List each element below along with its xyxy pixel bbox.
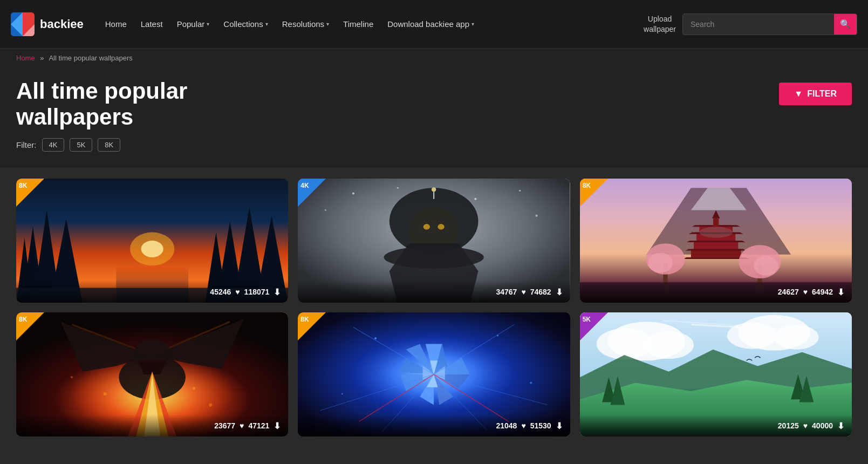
card-stats-1: 45246 ♥ 118071 ⬇: [210, 287, 281, 297]
views-count-5: 21048: [496, 421, 517, 430]
svg-point-26: [384, 246, 484, 268]
wallpaper-card-1[interactable]: 8K 45246 ♥ 118071 ⬇: [16, 179, 288, 303]
resolution-badge-4: 8K: [16, 312, 44, 340]
download-icon-1[interactable]: ⬇: [274, 287, 281, 297]
header: backiee Home Latest Popular ▾ Collection…: [0, 0, 868, 49]
svg-rect-47: [713, 218, 719, 226]
likes-count-5: 51530: [530, 421, 551, 430]
views-count-4: 23677: [214, 421, 235, 430]
search-box: 🔍: [682, 13, 857, 35]
svg-point-30: [397, 187, 399, 188]
download-icon-4[interactable]: ⬇: [274, 421, 281, 431]
likes-count-4: 47121: [248, 421, 269, 430]
search-button[interactable]: 🔍: [834, 14, 857, 35]
views-count-1: 45246: [210, 288, 231, 296]
breadcrumb-current: All time popular wallpapers: [49, 54, 132, 62]
resolution-text-5: 8K: [300, 316, 309, 323]
resolution-badge-5: 8K: [298, 312, 326, 340]
card-stats-3: 24627 ♥ 64942 ⬇: [778, 287, 844, 297]
filter-button-area: ▼ FILTER: [779, 78, 852, 105]
svg-point-69: [104, 392, 107, 395]
logo[interactable]: backiee: [11, 12, 84, 36]
breadcrumb-separator: »: [40, 54, 44, 62]
nav-latest[interactable]: Latest: [135, 16, 168, 32]
filter-tag-8k[interactable]: 8K: [98, 138, 120, 152]
wallpaper-card-4[interactable]: 8K 23677 ♥ 47121 ⬇: [16, 312, 288, 436]
resolution-badge-3: 8K: [580, 179, 608, 207]
wallpaper-card-3[interactable]: 8K 24627 ♥ 64942 ⬇: [580, 179, 852, 303]
page-title: All time popularwallpapers: [16, 78, 187, 131]
wallpaper-card-6[interactable]: 5K 20125 ♥ 40000 ⬇: [580, 312, 852, 436]
svg-point-23: [423, 224, 430, 229]
svg-point-34: [536, 214, 538, 216]
views-count-2: 34767: [496, 288, 517, 296]
nav-collections[interactable]: Collections ▾: [218, 16, 273, 32]
resolution-text-3: 8K: [583, 182, 591, 189]
nav-resolutions[interactable]: Resolutions ▾: [277, 16, 334, 32]
filter-tag-4k[interactable]: 4K: [42, 138, 65, 152]
svg-point-73: [71, 376, 73, 378]
card-overlay-4: 23677 ♥ 47121 ⬇: [16, 414, 288, 436]
nav-timeline[interactable]: Timeline: [338, 16, 379, 32]
card-overlay-5: 21048 ♥ 51530 ⬇: [298, 414, 570, 436]
heart-icon-2: ♥: [521, 288, 525, 296]
card-stats-4: 23677 ♥ 47121 ⬇: [214, 421, 281, 431]
resolution-badge-2: 4K: [298, 179, 326, 207]
filter-label: Filter:: [16, 140, 37, 149]
wallpaper-grid: 8K 45246 ♥ 118071 ⬇: [16, 179, 852, 436]
download-icon-5[interactable]: ⬇: [556, 421, 563, 431]
upload-wallpaper-button[interactable]: Upload wallpaper: [644, 14, 676, 33]
filter-button[interactable]: ▼ FILTER: [779, 83, 852, 105]
download-icon-6[interactable]: ⬇: [837, 421, 844, 431]
svg-point-96: [497, 335, 498, 336]
svg-point-97: [530, 381, 532, 384]
wallpaper-card-5[interactable]: 8K 21048 ♥ 51530 ⬇: [298, 312, 570, 436]
collections-arrow: ▾: [265, 21, 268, 27]
svg-point-32: [519, 189, 521, 191]
search-input[interactable]: [683, 16, 834, 33]
resolutions-arrow: ▾: [326, 21, 329, 27]
card-overlay-3: 24627 ♥ 64942 ⬇: [580, 281, 852, 303]
logo-text: backiee: [40, 17, 84, 31]
heart-icon-3: ♥: [803, 288, 808, 296]
svg-point-54: [754, 255, 778, 275]
resolution-text-1: 8K: [19, 182, 27, 189]
heart-icon-1: ♥: [235, 288, 240, 296]
likes-count-6: 40000: [812, 421, 833, 430]
filter-icon: ▼: [794, 89, 803, 99]
breadcrumb-home[interactable]: Home: [16, 54, 35, 62]
resolution-badge-6: 5K: [580, 312, 608, 340]
svg-point-56: [699, 227, 733, 238]
download-icon-2[interactable]: ⬇: [556, 287, 563, 297]
resolution-badge-1: 8K: [16, 179, 44, 207]
filter-tag-5k[interactable]: 5K: [70, 138, 92, 152]
views-count-6: 20125: [778, 421, 799, 430]
heart-icon-6: ♥: [803, 421, 808, 430]
svg-point-70: [193, 387, 195, 390]
svg-point-72: [209, 403, 212, 406]
wallpaper-grid-section: 8K 45246 ♥ 118071 ⬇: [0, 168, 868, 447]
resolution-text-2: 4K: [300, 182, 309, 189]
svg-point-71: [115, 409, 117, 411]
popular-arrow: ▾: [207, 21, 209, 27]
svg-point-51: [648, 253, 672, 272]
card-overlay-2: 34767 ♥ 74682 ⬇: [298, 281, 570, 303]
logo-icon: [11, 12, 35, 36]
breadcrumb: Home » All time popular wallpapers: [0, 49, 868, 67]
download-arrow: ▾: [471, 21, 474, 27]
svg-point-33: [325, 209, 326, 210]
svg-marker-43: [685, 249, 746, 250]
card-stats-6: 20125 ♥ 40000 ⬇: [778, 421, 844, 431]
nav-download-app[interactable]: Download backiee app ▾: [382, 16, 480, 32]
nav-home[interactable]: Home: [100, 16, 132, 32]
views-count-3: 24627: [778, 288, 799, 296]
svg-point-95: [374, 337, 377, 339]
card-overlay-6: 20125 ♥ 40000 ⬇: [580, 414, 852, 436]
card-stats-2: 34767 ♥ 74682 ⬇: [496, 287, 562, 297]
svg-point-28: [432, 187, 436, 192]
main-nav: Home Latest Popular ▾ Collections ▾ Reso…: [100, 16, 644, 32]
nav-popular[interactable]: Popular ▾: [172, 16, 215, 32]
resolution-text-6: 5K: [583, 316, 591, 323]
wallpaper-card-2[interactable]: 4K 34767 ♥ 74682 ⬇: [298, 179, 570, 303]
download-icon-3[interactable]: ⬇: [837, 287, 844, 297]
